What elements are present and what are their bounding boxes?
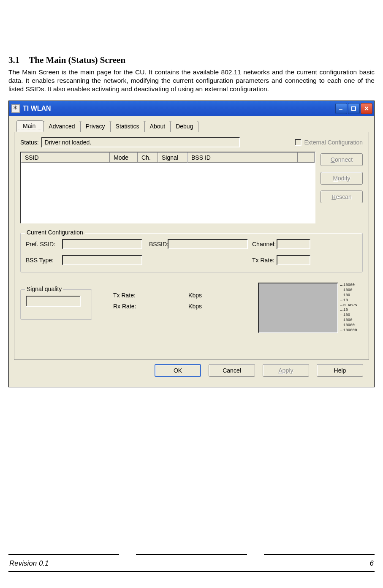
col-channel[interactable]: Ch. [138, 152, 158, 163]
cancel-button[interactable]: Cancel [209, 364, 255, 377]
tx-rate-label: Tx Rate: [113, 292, 136, 299]
rescan-button: Rescan [321, 191, 363, 203]
external-config-checkbox: External Configuration [295, 139, 363, 146]
tx-rate-unit: Kbps [188, 292, 202, 299]
col-mode[interactable]: Mode [110, 152, 138, 163]
col-signal[interactable]: Signal [158, 152, 187, 163]
minimize-icon [338, 106, 344, 111]
tab-privacy[interactable]: Privacy [80, 121, 111, 132]
section-heading: 3.1The Main (Status) Screen [8, 55, 375, 65]
tab-main[interactable]: Main [16, 120, 43, 132]
app-icon [11, 104, 20, 113]
rx-rate-label: Rx Rate: [113, 303, 136, 310]
bss-type-field [62, 255, 142, 265]
scale-tick: 0 KBPS [340, 304, 363, 308]
scale-tick: 100 [340, 313, 363, 318]
current-config-legend: Current Configuration [25, 229, 85, 236]
signal-quality-group: Signal quality [20, 289, 92, 320]
scale-tick: 1000 [340, 318, 363, 323]
tab-strip: Main Advanced Privacy Statistics About D… [16, 120, 369, 132]
graph-plot-area [258, 283, 338, 333]
checkbox-icon [295, 139, 302, 146]
page-footer: Revision 0.1 6 [8, 554, 375, 572]
bss-type-label: BSS Type: [26, 257, 62, 264]
connect-button: Connect [321, 153, 363, 166]
bssid-field [168, 239, 248, 249]
section-paragraph: The Main Screen is the main page for the… [8, 68, 375, 93]
bssid-label: BSSID: [142, 241, 168, 248]
tab-debug[interactable]: Debug [170, 121, 198, 132]
col-ssid[interactable]: SSID [21, 152, 110, 163]
tab-statistics[interactable]: Statistics [110, 121, 145, 132]
window-title: TI WLAN [23, 105, 51, 112]
status-value: Driver not loaded. [45, 139, 92, 146]
tab-panel-main: Status: Driver not loaded. External Conf… [14, 132, 369, 360]
tab-advanced[interactable]: Advanced [43, 121, 80, 132]
maximize-icon [351, 106, 357, 111]
scale-tick: 1000 [340, 289, 363, 293]
scale-tick: 10 [340, 299, 363, 303]
heading-title: The Main (Status) Screen [29, 55, 125, 65]
scale-tick: 100 [340, 294, 363, 298]
scale-tick: 100000 [340, 329, 363, 333]
status-field: Driver not loaded. [41, 137, 240, 147]
txrate-field [277, 255, 310, 265]
external-config-label: External Configuration [304, 139, 363, 146]
ok-button[interactable]: OK [155, 364, 201, 377]
maximize-button[interactable] [348, 103, 360, 114]
apply-button: Apply [263, 364, 309, 377]
svg-rect-1 [352, 107, 356, 110]
current-configuration-group: Current Configuration Pref. SSID: BSSID:… [20, 233, 363, 272]
modify-button: Modify [321, 172, 363, 185]
graph-scale: 10000 1000 100 10 0 KBPS 10 100 1000 100… [338, 283, 363, 333]
close-button[interactable]: × [361, 103, 372, 114]
txrate-label: Tx Rate: [248, 257, 277, 264]
rate-graph: 10000 1000 100 10 0 KBPS 10 100 1000 100… [258, 283, 363, 333]
signal-quality-legend: Signal quality [25, 286, 63, 292]
pref-ssid-label: Pref. SSID: [26, 241, 62, 248]
rx-rate-unit: Kbps [188, 303, 202, 310]
minimize-button[interactable] [335, 103, 347, 114]
scale-tick: 10000 [340, 283, 363, 288]
scale-tick: 10 [340, 308, 363, 313]
svg-rect-0 [339, 109, 342, 110]
signal-quality-meter [26, 296, 81, 307]
footer-revision: Revision 0.1 [9, 559, 49, 568]
dialog-buttons: OK Cancel Apply Help [14, 360, 369, 382]
app-window: TI WLAN × Main Advanced Privacy Statisti… [8, 101, 375, 387]
network-listview[interactable]: SSID Mode Ch. Signal BSS ID [20, 152, 315, 223]
footer-page-number: 6 [370, 559, 374, 568]
titlebar[interactable]: TI WLAN × [9, 101, 374, 116]
status-label: Status: [20, 139, 39, 146]
channel-label: Channel: [248, 241, 277, 248]
close-icon: × [364, 104, 369, 113]
heading-number: 3.1 [8, 55, 19, 65]
pref-ssid-field [62, 239, 142, 249]
tab-about[interactable]: About [144, 121, 171, 132]
help-button[interactable]: Help [317, 364, 363, 377]
col-bssid[interactable]: BSS ID [187, 152, 298, 163]
channel-field [277, 239, 310, 249]
scale-tick: 10000 [340, 324, 363, 328]
listview-header-row: SSID Mode Ch. Signal BSS ID [21, 152, 315, 163]
col-padding [298, 152, 315, 163]
